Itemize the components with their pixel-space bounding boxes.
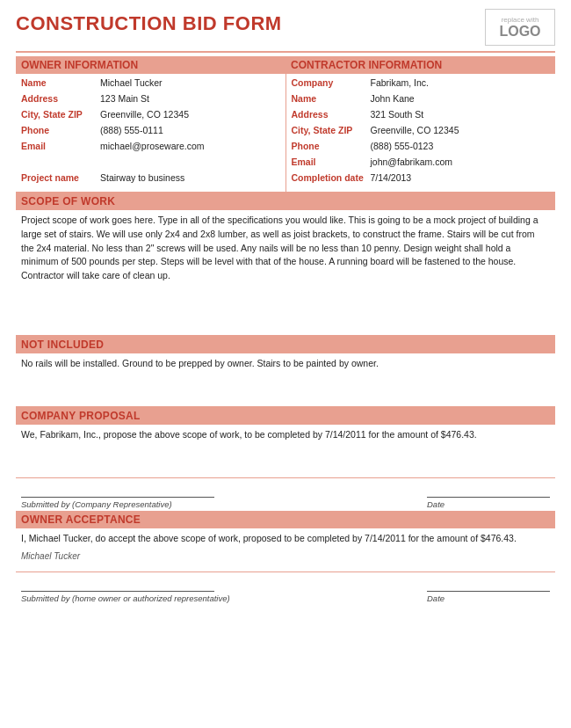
contractor-email-label: Email [292, 157, 371, 171]
proposal-section: We, Fabrikam, Inc., propose the above sc… [16, 425, 555, 478]
contractor-info-col: Company Fabrikam, Inc. Name John Kane Ad… [286, 74, 556, 192]
owner-phone-value: (888) 555-0111 [100, 125, 280, 139]
info-section: Name Michael Tucker Address 123 Main St … [16, 74, 555, 193]
contractor-address-row: Address 321 South St [292, 109, 551, 123]
owner-sig-names: Michael Tucker [21, 551, 550, 561]
owner-sig-line [21, 579, 214, 592]
contractor-company-value: Fabrikam, Inc. [371, 77, 551, 91]
contractor-phone-value: (888) 555-0123 [371, 141, 551, 155]
owner-blank-row [21, 157, 280, 171]
owner-name-value: Michael Tucker [100, 77, 280, 91]
contractor-name-label: Name [292, 93, 371, 107]
owner-phone-label: Phone [21, 125, 100, 139]
logo-text: LOGO [499, 24, 540, 40]
contractor-completion-row: Completion date 7/14/2013 [292, 172, 551, 186]
owner-sig-area: Michael Tucker [16, 548, 555, 571]
contractor-section-header: CONTRACTOR INFORMATION [286, 56, 555, 74]
contractor-address-value: 321 South St [371, 109, 551, 123]
info-section-headers: OWNER INFORMATION CONTRACTOR INFORMATION [16, 56, 555, 74]
owner-blank-label [21, 157, 100, 171]
contractor-city-row: City, State ZIP Greenville, CO 12345 [292, 125, 551, 139]
owner-address-label: Address [21, 93, 100, 107]
proposal-section-header: COMPANY PROPOSAL [16, 407, 555, 425]
owner-city-value: Greenville, CO 12345 [100, 109, 280, 123]
scope-text: Project scope of work goes here. Type in… [16, 210, 555, 287]
owner-city-label: City, State ZIP [21, 109, 100, 123]
contractor-completion-value: 7/14/2013 [371, 172, 551, 186]
owner-date-block: Date [427, 579, 550, 603]
owner-sig-label: Submitted by (home owner or authorized r… [21, 593, 230, 603]
owner-name-label: Name [21, 77, 100, 91]
not-included-section-header: NOT INCLUDED [16, 336, 555, 353]
logo-box: replace with LOGO [485, 9, 555, 46]
owner-acceptance-header: OWNER ACCEPTANCE [16, 511, 555, 528]
scope-section: Project scope of work goes here. Type in… [16, 210, 555, 336]
owner-section-header: OWNER INFORMATION [16, 56, 286, 74]
company-sig-line [21, 485, 214, 498]
company-sig-block: Submitted by (Company Representative) [21, 485, 214, 509]
contractor-completion-label: Completion date [292, 172, 371, 186]
not-included-text: No rails will be installed. Ground to be… [16, 353, 555, 380]
scope-section-header: SCOPE OF WORK [16, 193, 555, 210]
company-sig-label: Submitted by (Company Representative) [21, 499, 214, 509]
contractor-email-row: Email john@fabrikam.com [292, 157, 551, 171]
contractor-phone-label: Phone [292, 141, 371, 155]
owner-email-row: Email michael@proseware.com [21, 141, 280, 155]
owner-city-row: City, State ZIP Greenville, CO 12345 [21, 109, 280, 123]
contractor-address-label: Address [292, 109, 371, 123]
proposal-text: We, Fabrikam, Inc., propose the above sc… [16, 425, 555, 451]
contractor-city-label: City, State ZIP [292, 125, 371, 139]
header-rule [16, 51, 555, 53]
owner-address-value: 123 Main St [100, 93, 280, 107]
owner-blank-value [100, 157, 280, 171]
proposal-spacer [16, 451, 555, 477]
not-included-section: No rails will be installed. Ground to be… [16, 353, 555, 407]
owner-sig-block: Submitted by (home owner or authorized r… [21, 579, 230, 603]
owner-project-value: Stairway to business [100, 172, 280, 186]
owner-date-line [427, 579, 550, 592]
contractor-phone-row: Phone (888) 555-0123 [292, 141, 551, 155]
contractor-name-value: John Kane [371, 93, 551, 107]
contractor-email-value: john@fabrikam.com [371, 157, 551, 171]
owner-email-label: Email [21, 141, 100, 155]
owner-date-label: Date [427, 593, 445, 603]
company-signature-row: Submitted by (Company Representative) Da… [16, 478, 555, 511]
owner-info-col: Name Michael Tucker Address 123 Main St … [16, 74, 286, 192]
owner-sig-name1: Michael Tucker [21, 551, 179, 561]
owner-acceptance-text: I, Michael Tucker, do accept the above s… [16, 528, 555, 548]
contractor-city-value: Greenville, CO 12345 [371, 125, 551, 139]
logo-replace-text: replace with [502, 16, 539, 24]
owner-phone-row: Phone (888) 555-0111 [21, 125, 280, 139]
owner-address-row: Address 123 Main St [21, 93, 280, 107]
contractor-name-row: Name John Kane [292, 93, 551, 107]
owner-project-label: Project name [21, 172, 100, 186]
company-date-line [427, 485, 550, 498]
not-included-spacer [16, 380, 555, 406]
page-title: CONSTRUCTION BID FORM [16, 9, 282, 35]
owner-name-row: Name Michael Tucker [21, 77, 280, 91]
page: CONSTRUCTION BID FORM replace with LOGO … [0, 0, 571, 728]
header: CONSTRUCTION BID FORM replace with LOGO [16, 9, 555, 46]
contractor-company-label: Company [292, 77, 371, 91]
scope-spacer [16, 287, 555, 335]
owner-acceptance-section: I, Michael Tucker, do accept the above s… [16, 528, 555, 572]
owner-signature-row: Submitted by (home owner or authorized r… [16, 572, 555, 605]
company-date-block: Date [427, 485, 550, 509]
contractor-company-row: Company Fabrikam, Inc. [292, 77, 551, 91]
owner-email-value: michael@proseware.com [100, 141, 280, 155]
company-date-label: Date [427, 499, 445, 509]
owner-project-row: Project name Stairway to business [21, 172, 280, 186]
